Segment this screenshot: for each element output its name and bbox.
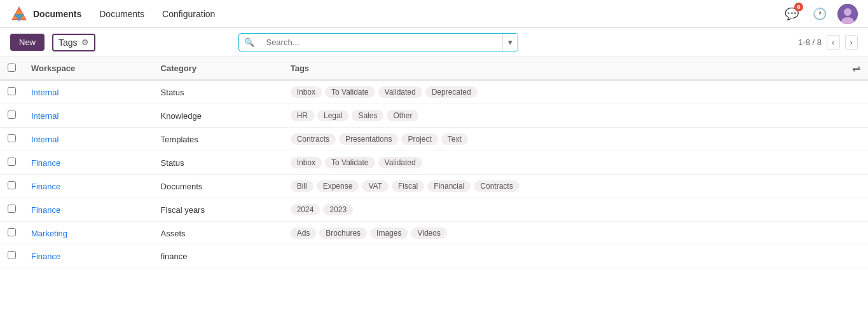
tag-pill[interactable]: 2024 (291, 204, 320, 215)
tag-pill[interactable]: Presentations (339, 133, 398, 145)
clock-icon: 🕐 (813, 7, 827, 21)
tag-pill[interactable]: Financial (427, 180, 471, 192)
tag-pill[interactable]: Contracts (291, 133, 336, 145)
search-input[interactable] (259, 34, 502, 51)
header-select-all[interactable] (0, 57, 24, 80)
tag-pill[interactable]: Project (401, 133, 437, 145)
tag-pill[interactable]: Other (387, 110, 418, 121)
workspace-link[interactable]: Finance (31, 158, 60, 168)
chat-badge: 6 (794, 3, 803, 11)
tag-pill[interactable]: Deprecated (425, 86, 478, 98)
tag-pill[interactable]: Expense (317, 180, 359, 192)
logo-icon (10, 5, 28, 23)
pagination-next-button[interactable]: › (845, 35, 858, 50)
row-checkbox[interactable] (8, 87, 16, 95)
tags-cell (283, 245, 816, 267)
row-spacer (816, 151, 868, 175)
navbar-right: 💬 6 🕐 (782, 4, 858, 24)
workspace-link[interactable]: Finance (31, 205, 60, 215)
workspace-link[interactable]: Finance (31, 182, 60, 191)
table-body: InternalStatusInboxTo ValidateValidatedD… (0, 80, 868, 267)
tag-pill[interactable]: Text (441, 133, 468, 145)
nav-link-configuration[interactable]: Configuration (155, 5, 223, 23)
nav-link-documents[interactable]: Documents (92, 5, 152, 23)
tags-cell: InboxTo ValidateValidated (283, 151, 816, 175)
table-row: InternalStatusInboxTo ValidateValidatedD… (0, 80, 868, 104)
tags-cell: 20242023 (283, 198, 816, 222)
pagination: 1-8 / 8 ‹ › (798, 35, 858, 50)
user-avatar[interactable] (837, 4, 858, 24)
tag-pill[interactable]: Validated (378, 86, 422, 98)
tag-pill[interactable]: Validated (378, 157, 422, 168)
tag-pill[interactable]: Fiscal (392, 180, 424, 192)
tag-pill[interactable]: Videos (411, 227, 446, 239)
workspace-link[interactable]: Marketing (31, 229, 67, 238)
table-row: FinanceFiscal years20242023 (0, 198, 868, 222)
tag-pill[interactable]: To Validate (325, 86, 375, 98)
category-cell: Fiscal years (153, 198, 283, 222)
gear-icon[interactable]: ⚙ (81, 37, 89, 47)
row-spacer (816, 245, 868, 267)
category-cell: Assets (153, 222, 283, 245)
search-dropdown-button[interactable]: ▾ (502, 34, 518, 51)
row-checkbox[interactable] (8, 205, 16, 213)
header-category: Category (153, 57, 283, 80)
category-cell: Documents (153, 175, 283, 198)
tag-pill[interactable]: Inbox (291, 157, 322, 168)
tag-pill[interactable]: Inbox (291, 86, 322, 98)
category-cell: Knowledge (153, 104, 283, 128)
row-checkbox[interactable] (8, 181, 16, 189)
row-checkbox[interactable] (8, 158, 16, 166)
table-row: InternalTemplatesContractsPresentationsP… (0, 128, 868, 151)
avatar-image (837, 4, 858, 24)
row-checkbox[interactable] (8, 134, 16, 142)
new-button[interactable]: New (10, 34, 45, 51)
table-row: InternalKnowledgeHRLegalSalesOther (0, 104, 868, 128)
pagination-label: 1-8 / 8 (798, 37, 822, 47)
tags-label-container: Tags ⚙ (52, 34, 95, 51)
chat-icon-button[interactable]: 💬 6 (782, 4, 802, 24)
category-cell: Status (153, 80, 283, 104)
tag-pill[interactable]: Contracts (474, 180, 519, 192)
table-row: FinanceStatusInboxTo ValidateValidated (0, 151, 868, 175)
navbar-links: Documents Configuration (92, 5, 782, 23)
row-spacer (816, 128, 868, 151)
workspace-link[interactable]: Internal (31, 111, 59, 121)
tag-pill[interactable]: Ads (291, 227, 317, 239)
tag-pill[interactable]: Bill (291, 180, 313, 192)
workspace-link[interactable]: Internal (31, 88, 59, 97)
table-row: Financefinance (0, 245, 868, 267)
workspace-link[interactable]: Internal (31, 135, 59, 144)
navbar: Documents Documents Configuration 💬 6 🕐 (0, 0, 868, 28)
tag-pill[interactable]: Legal (317, 110, 348, 121)
tags-cell: InboxTo ValidateValidatedDeprecated (283, 80, 816, 104)
pagination-prev-button[interactable]: ‹ (827, 35, 839, 50)
row-checkbox[interactable] (8, 228, 16, 236)
app-logo[interactable]: Documents (10, 5, 81, 23)
tag-pill[interactable]: Images (370, 227, 408, 239)
select-all-checkbox[interactable] (8, 64, 16, 72)
tag-pill[interactable]: Brochures (319, 227, 367, 239)
search-container: 🔍 ▾ (238, 33, 518, 51)
table-header-row: Workspace Category Tags ⇌ (0, 57, 868, 80)
header-filters: ⇌ (816, 57, 868, 80)
table-row: MarketingAssetsAdsBrochuresImagesVideos (0, 222, 868, 245)
tag-pill[interactable]: Sales (352, 110, 383, 121)
tag-pill[interactable]: 2023 (323, 204, 353, 215)
tags-label-text: Tags (59, 37, 78, 48)
category-cell: Status (153, 151, 283, 175)
workspace-link[interactable]: Finance (31, 252, 60, 261)
row-checkbox[interactable] (8, 251, 16, 259)
row-spacer (816, 222, 868, 245)
tag-pill[interactable]: To Validate (325, 157, 375, 168)
row-checkbox[interactable] (8, 111, 16, 119)
category-cell: Templates (153, 128, 283, 151)
tag-pill[interactable]: VAT (362, 180, 389, 192)
app-name: Documents (33, 9, 81, 19)
column-filter-button[interactable]: ⇌ (852, 62, 860, 74)
tag-pill[interactable]: HR (291, 110, 314, 121)
table-container: Workspace Category Tags ⇌ InternalStatus… (0, 57, 868, 267)
tags-table: Workspace Category Tags ⇌ InternalStatus… (0, 57, 868, 267)
clock-icon-button[interactable]: 🕐 (809, 4, 830, 24)
header-workspace: Workspace (24, 57, 153, 80)
